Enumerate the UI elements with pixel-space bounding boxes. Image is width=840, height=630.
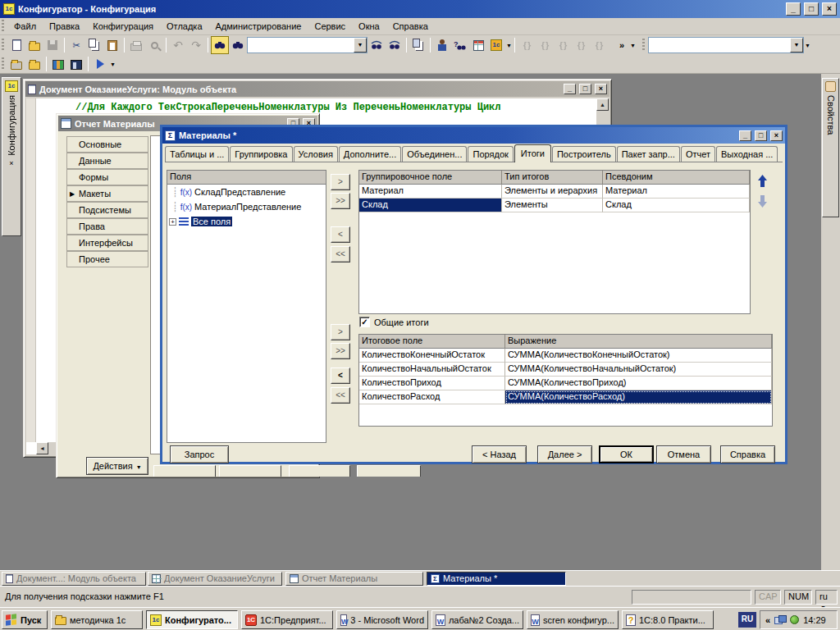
tab-builder[interactable]: Построитель [552,146,616,162]
mdi-button-document[interactable]: Документ ОказаниеУслуги [148,572,282,586]
start-button[interactable]: Пуск [2,610,48,629]
open-file-icon[interactable] [25,36,43,54]
find-backward-icon[interactable] [386,36,404,54]
grouping-row-sklad[interactable]: Склад Элементы Склад [359,199,750,212]
tree-item-sklad[interactable]: ┊ f(x) СкладПредставление [167,185,326,199]
update-db-configuration-icon[interactable] [49,55,67,73]
go-to-module-icon[interactable] [91,55,109,73]
help-dropdown-icon[interactable]: ▼ [506,43,512,48]
tab-totals-active[interactable]: Итоги [514,144,551,162]
module-collapse-icon[interactable]: { } [572,36,590,54]
print-preview-icon[interactable] [145,36,163,54]
syntax-check-icon[interactable] [433,36,451,54]
paste-icon[interactable] [103,36,121,54]
open-configuration-icon[interactable] [7,55,25,73]
toolbar-grip[interactable] [2,57,4,71]
tab-report[interactable]: Отчет [681,146,715,162]
network-icon[interactable] [774,615,786,624]
menu-edit[interactable]: Правка [43,19,86,34]
table-cell-selected[interactable]: Склад [359,199,502,212]
task-configurator-active[interactable]: 1с Конфигурато... [146,610,238,629]
totals-row-selected[interactable]: КоличествоРасход СУММА(КоличествоРасход) [359,390,772,404]
expand-icon[interactable]: + [169,218,176,226]
1c-help-icon[interactable]: 1с [487,36,505,54]
module-window-titlebar[interactable]: Документ ОказаниеУслуги: Модуль объекта … [25,81,609,97]
new-file-icon[interactable] [7,36,25,54]
toolbar-overflow-dropdown-icon[interactable]: ▼ [630,43,636,48]
table-cell[interactable]: КоличествоКонечныйОстаток [359,349,505,363]
clock[interactable]: 14:29 [803,615,826,625]
actions-dropdown-icon[interactable]: ▼ [136,464,142,470]
toolbar-overflow-icon[interactable]: » [619,40,624,50]
dialog-titlebar[interactable]: Σ Материалы * _ □ × [162,127,785,144]
cut-icon[interactable]: ✂ [67,36,85,54]
totals-move-left-button[interactable]: < [331,368,350,384]
scroll-up-icon[interactable]: ▲ [596,98,609,111]
table-cell[interactable]: КоличествоНачальныйОстаток [359,363,505,377]
module-proc-icon[interactable]: { } [518,36,536,54]
find-icon[interactable] [211,36,229,54]
totals-row[interactable]: КоличествоКонечныйОстаток СУММА(Количест… [359,349,772,363]
move-all-left-button[interactable]: << [331,246,350,262]
table-cell[interactable]: Элементы и иерархия [502,185,603,199]
toolbar-grip[interactable] [2,39,4,52]
table-cell[interactable]: Склад [603,199,750,212]
totals-move-all-left-button[interactable]: << [331,387,350,404]
redo-icon[interactable]: ↷ [187,36,205,54]
table-cell[interactable]: Материал [359,185,502,199]
totals-move-all-right-button[interactable]: >> [331,343,350,359]
close-icon[interactable]: × [595,84,607,94]
move-right-button[interactable]: > [331,174,350,190]
module-goto-icon[interactable]: { } [590,36,608,54]
table-cell[interactable]: КоличествоРасход [359,390,505,404]
table-cell[interactable]: Материал [603,185,750,199]
menu-configuration[interactable]: Конфигурация [86,19,160,34]
save-configuration-icon[interactable] [25,55,43,73]
table-cell[interactable]: СУММА(КоличествоПриход) [505,377,772,390]
find-forward-icon[interactable] [368,36,386,54]
copy-icon[interactable] [85,36,103,54]
code-line[interactable]: //Для Каждого ТекСтрокаПереченьНоменклат… [75,102,500,113]
configuration-dock-tab[interactable]: 1с Конфигурация × [2,77,21,236]
totals-row[interactable]: КоличествоНачальныйОстаток СУММА(Количес… [359,363,772,377]
tab-makety[interactable]: ▶ Макеты [66,185,148,202]
minimize-icon[interactable]: _ [739,130,751,141]
module-block-icon[interactable]: { } [554,36,572,54]
tree-item-all-fields[interactable]: + Все поля [167,214,326,229]
task-word-scren[interactable]: scren конфигур... [527,610,619,629]
tab-dannye[interactable]: Данные [66,153,148,169]
tab-unions[interactable]: Объединен... [402,146,467,162]
menu-service[interactable]: Сервис [308,19,352,34]
properties-dock-tab[interactable]: Свойства [822,78,839,217]
grouping-row-material[interactable]: Материал Элементы и иерархия Материал [359,185,750,199]
dock-close-icon[interactable]: × [9,159,13,167]
mdi-button-module[interactable]: Документ...: Модуль объекта [2,572,146,586]
context-combobox-dropdown-icon[interactable]: ▼ [790,38,803,52]
context-combobox[interactable]: ▼ [648,37,804,53]
menu-windows[interactable]: Окна [352,19,386,34]
taskbar-language-indicator[interactable]: RU [738,612,756,628]
tab-interfeysy[interactable]: Интерфейсы [66,235,148,251]
undo-icon[interactable]: ↶ [169,36,187,54]
close-icon[interactable]: × [770,130,783,141]
maximize-icon[interactable]: □ [755,130,767,141]
tab-osnovnye[interactable]: Основные [66,136,148,153]
help-button[interactable]: Справка [720,445,775,463]
actions-button[interactable]: Действия ▼ [86,457,148,475]
query-button[interactable]: Запрос [170,445,229,463]
tab-prava[interactable]: Права [66,218,148,235]
table-cell[interactable]: КоличествоПриход [359,377,505,390]
tab-prochee[interactable]: Прочее [66,251,148,267]
toolbar-grip[interactable] [642,39,645,52]
search-combobox[interactable]: ▼ [247,37,368,53]
menu-debug[interactable]: Отладка [160,19,208,34]
tab-formy[interactable]: Формы [66,169,148,185]
save-icon[interactable] [43,36,62,54]
task-1c-enterprise[interactable]: 1С 1С:Предприят... [241,610,333,629]
totals-move-right-button[interactable]: > [331,324,350,340]
module-func-icon[interactable]: { } [536,36,554,54]
cancel-button[interactable]: Отмена [656,445,711,463]
mdi-button-materials-active[interactable]: Σ Материалы * [427,572,566,586]
tab-additional[interactable]: Дополните... [339,146,401,162]
tab-tables[interactable]: Таблицы и ... [165,146,229,162]
